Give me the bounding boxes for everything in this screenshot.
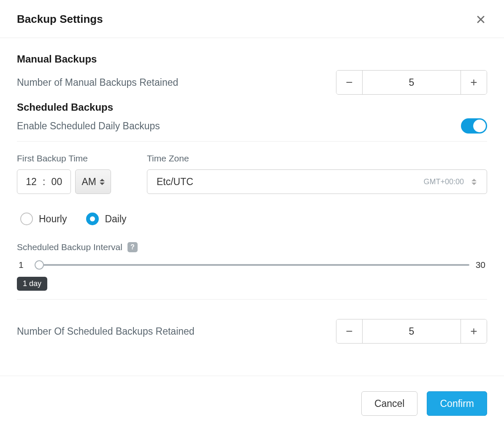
frequency-daily-label: Daily (105, 213, 126, 225)
manual-retained-decrement[interactable]: − (336, 71, 363, 94)
manual-retained-stepper: − 5 + (336, 70, 487, 95)
timezone-value: Etc/UTC (157, 176, 193, 188)
minus-icon: − (346, 76, 352, 89)
dialog-header: Backup Settings (0, 0, 504, 38)
timezone-label: Time Zone (147, 153, 487, 164)
confirm-button[interactable]: Confirm (427, 391, 487, 416)
first-backup-time-group: 12 : 00 AM (17, 169, 111, 194)
interval-value-badge: 1 day (17, 277, 47, 291)
manual-retained-row: Number of Manual Backups Retained − 5 + (17, 70, 487, 95)
scheduled-retained-stepper: − 5 + (336, 319, 487, 344)
interval-max: 30 (475, 260, 485, 270)
frequency-hourly-label: Hourly (39, 213, 67, 225)
manual-backups-heading: Manual Backups (17, 53, 487, 65)
backup-settings-dialog: Backup Settings Manual Backups Number of… (0, 0, 504, 431)
close-button[interactable] (474, 13, 487, 26)
time-colon: : (43, 176, 45, 188)
plus-icon: + (470, 325, 477, 338)
scheduled-retained-decrement[interactable]: − (336, 319, 363, 343)
dialog-title: Backup Settings (17, 13, 103, 26)
divider (17, 299, 487, 300)
timezone-col: Time Zone Etc/UTC GMT+00:00 (147, 153, 487, 194)
plus-icon: + (470, 76, 477, 89)
time-timezone-row: First Backup Time 12 : 00 AM (17, 153, 487, 194)
interval-heading-row: Scheduled Backup Interval ? (17, 242, 487, 252)
first-backup-time-label: First Backup Time (17, 153, 135, 164)
ampm-select[interactable]: AM (75, 169, 111, 194)
scheduled-retained-value[interactable]: 5 (363, 319, 461, 343)
interval-label: Scheduled Backup Interval (17, 242, 122, 252)
help-icon[interactable]: ? (127, 242, 138, 252)
scheduled-retained-increment[interactable]: + (461, 319, 487, 343)
frequency-hourly-radio[interactable]: Hourly (20, 213, 67, 225)
interval-slider-row: 1 30 (19, 260, 485, 270)
slider-track (35, 264, 469, 266)
frequency-radio-group: Hourly Daily (20, 213, 487, 225)
time-hour: 12 (24, 176, 38, 188)
enable-scheduled-label: Enable Scheduled Daily Backups (17, 120, 160, 132)
sort-icon (100, 179, 105, 185)
enable-scheduled-row: Enable Scheduled Daily Backups (17, 118, 487, 134)
manual-retained-label: Number of Manual Backups Retained (17, 77, 178, 88)
scheduled-retained-row: Number Of Scheduled Backups Retained − 5… (17, 319, 487, 344)
scheduled-retained-label: Number Of Scheduled Backups Retained (17, 326, 195, 337)
dialog-footer: Cancel Confirm (0, 376, 504, 431)
manual-retained-increment[interactable]: + (461, 71, 487, 94)
toggle-knob (473, 120, 486, 132)
sort-icon (471, 179, 477, 185)
interval-slider[interactable] (35, 260, 469, 270)
divider (17, 141, 487, 142)
radio-icon (86, 213, 99, 225)
cancel-button[interactable]: Cancel (361, 391, 418, 416)
timezone-select[interactable]: Etc/UTC GMT+00:00 (147, 169, 487, 194)
dialog-body: Manual Backups Number of Manual Backups … (0, 38, 504, 376)
interval-min: 1 (19, 260, 29, 270)
minus-icon: − (346, 325, 352, 338)
scheduled-backups-heading: Scheduled Backups (17, 101, 487, 113)
manual-retained-value[interactable]: 5 (363, 71, 461, 94)
slider-thumb[interactable] (35, 260, 44, 270)
ampm-value: AM (81, 176, 96, 188)
close-icon (477, 15, 485, 24)
enable-scheduled-toggle[interactable] (461, 118, 487, 134)
frequency-daily-radio[interactable]: Daily (86, 213, 126, 225)
first-backup-time-col: First Backup Time 12 : 00 AM (17, 153, 135, 194)
timezone-offset: GMT+00:00 (423, 177, 464, 186)
time-minute: 00 (49, 176, 64, 188)
radio-icon (20, 213, 33, 225)
time-input[interactable]: 12 : 00 (17, 169, 71, 194)
